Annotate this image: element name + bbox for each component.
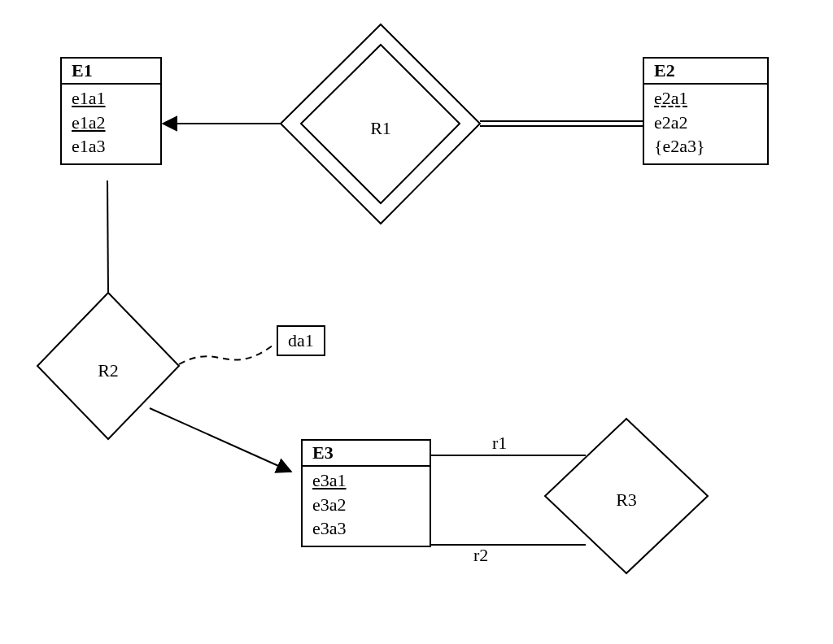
entity-e2-attr-e2a3: {e2a3} <box>654 134 757 159</box>
role-label-r1: r1 <box>492 433 507 454</box>
entity-e1-attr-e1a3: e1a3 <box>72 134 150 159</box>
derived-attr-da1: da1 <box>277 325 325 356</box>
entity-e1: E1 e1a1 e1a2 e1a3 <box>60 57 162 165</box>
role-label-r2: r2 <box>473 545 488 566</box>
edge-r2-da1 <box>179 346 273 364</box>
entity-e3-attr-e3a1: e3a1 <box>312 468 420 493</box>
entity-e1-attr-e1a2: e1a2 <box>72 111 150 135</box>
entity-e1-attrs: e1a1 e1a2 e1a3 <box>62 85 160 163</box>
entity-e3-title: E3 <box>303 441 430 467</box>
entity-e3-attr-e3a2: e3a2 <box>312 493 420 517</box>
edge-r2-e3 <box>150 408 291 472</box>
entity-e2-attr-e2a2: e2a2 <box>654 111 757 135</box>
entity-e3-attr-e3a3: e3a3 <box>312 516 420 541</box>
edge-e1-r2 <box>107 181 108 293</box>
relationship-r1-label: R1 <box>370 118 391 139</box>
relationship-r2-label: R2 <box>98 360 119 381</box>
entity-e2-title: E2 <box>644 59 767 85</box>
edge-r1-e2 <box>480 121 643 126</box>
entity-e1-title: E1 <box>62 59 160 85</box>
entity-e2-attr-e2a1: e2a1 <box>654 86 757 111</box>
relationship-r3-label: R3 <box>616 490 637 511</box>
entity-e2: E2 e2a1 e2a2 {e2a3} <box>643 57 769 165</box>
entity-e2-attrs: e2a1 e2a2 {e2a3} <box>644 85 767 163</box>
entity-e1-attr-e1a1: e1a1 <box>72 86 150 111</box>
entity-e3: E3 e3a1 e3a2 e3a3 <box>301 439 431 547</box>
entity-e3-attrs: e3a1 e3a2 e3a3 <box>303 467 430 546</box>
